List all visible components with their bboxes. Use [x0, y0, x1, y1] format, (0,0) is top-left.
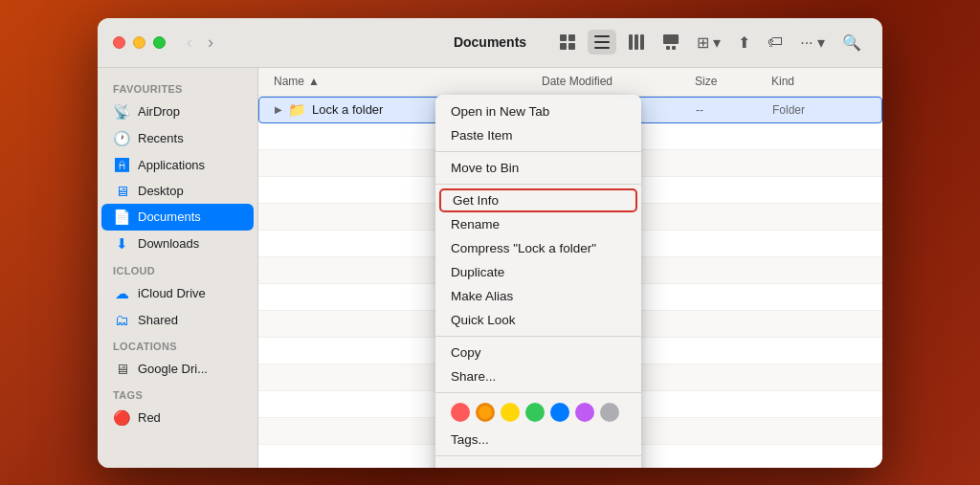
content-area: Favourites 📡 AirDrop 🕐 Recents 🅰 Applica… [98, 68, 882, 468]
menu-divider-1 [435, 151, 641, 152]
column-kind-header[interactable]: Kind [771, 75, 794, 88]
menu-item-move-to-bin[interactable]: Move to Bin [435, 156, 641, 180]
sidebar-item-google-drive-label: Google Dri... [138, 362, 208, 376]
column-headers: Name ▲ Date Modified Size Kind [258, 68, 882, 97]
svg-rect-1 [568, 34, 575, 41]
column-icon [628, 33, 645, 51]
sidebar-item-google-drive[interactable]: 🖥 Google Dri... [101, 356, 254, 382]
sidebar-item-recents[interactable]: 🕐 Recents [101, 125, 254, 152]
file-list-area: Name ▲ Date Modified Size Kind ▶ 📁 Lock … [258, 68, 882, 468]
file-name-label: Lock a folder [312, 102, 383, 117]
sidebar-item-downloads[interactable]: ⬇ Downloads [101, 231, 254, 257]
tag-button[interactable]: 🏷 [762, 30, 789, 55]
menu-item-quick-look[interactable]: Quick Look [435, 308, 641, 332]
menu-divider-5 [435, 455, 641, 456]
menu-item-make-alias[interactable]: Make Alias [435, 284, 641, 308]
svg-rect-9 [640, 34, 644, 50]
menu-item-quick-actions[interactable]: Quick Actions ▶ [435, 460, 641, 468]
recents-icon: 🕐 [113, 130, 130, 147]
menu-item-tags[interactable]: Tags... [435, 428, 641, 452]
sidebar-item-desktop[interactable]: 🖥 Desktop [101, 178, 254, 204]
sidebar-item-applications[interactable]: 🅰 Applications [101, 152, 254, 178]
gallery-icon [662, 33, 679, 51]
toolbar-icons: ⊞ ▾ ⬆ 🏷 ··· ▾ 🔍 [553, 30, 867, 55]
shared-icon: 🗂 [113, 312, 130, 328]
list-view-button[interactable] [588, 30, 616, 55]
sidebar-item-documents-label: Documents [138, 209, 201, 224]
google-drive-icon: 🖥 [113, 361, 130, 377]
sidebar-item-applications-label: Applications [138, 158, 205, 172]
menu-item-get-info[interactable]: Get Info [439, 188, 637, 212]
tag-dot-yellow[interactable] [501, 403, 520, 422]
sidebar-item-red-tag-label: Red [138, 410, 161, 425]
column-view-button[interactable] [622, 30, 651, 55]
sidebar-item-desktop-label: Desktop [138, 184, 184, 198]
menu-item-open-new-tab[interactable]: Open in New Tab [435, 99, 641, 123]
sidebar-item-documents[interactable]: 📄 Documents [101, 204, 254, 231]
menu-item-share[interactable]: Share... [435, 364, 641, 388]
favourites-section-label: Favourites [98, 76, 257, 99]
applications-icon: 🅰 [113, 157, 130, 173]
share-button[interactable]: ⬆ [732, 30, 756, 55]
window-title: Documents [454, 34, 526, 50]
back-button[interactable]: ‹ [181, 31, 198, 55]
groupby-button[interactable]: ⊞ ▾ [691, 30, 726, 55]
sidebar-item-shared-label: Shared [138, 313, 178, 327]
context-menu: Open in New Tab Paste Item Move to Bin G… [435, 95, 641, 468]
svg-rect-8 [635, 34, 638, 50]
svg-rect-11 [666, 46, 670, 50]
menu-item-compress[interactable]: Compress "Lock a folder" [435, 236, 641, 260]
icloud-drive-icon: ☁ [113, 285, 130, 302]
forward-button[interactable]: › [202, 31, 219, 55]
minimize-button[interactable] [133, 36, 145, 49]
title-bar: ‹ › Documents ⊞ ▾ ⬆ 🏷 ··· ▾ � [98, 18, 882, 68]
svg-rect-6 [594, 47, 610, 49]
maximize-button[interactable] [153, 36, 166, 49]
column-size-header[interactable]: Size [695, 75, 771, 88]
list-icon [593, 33, 611, 51]
svg-rect-12 [672, 46, 676, 50]
traffic-lights [113, 36, 166, 49]
finder-window: ‹ › Documents ⊞ ▾ ⬆ 🏷 ··· ▾ � [98, 18, 882, 468]
search-button[interactable]: 🔍 [836, 30, 867, 55]
menu-item-copy[interactable]: Copy [435, 341, 641, 364]
sidebar: Favourites 📡 AirDrop 🕐 Recents 🅰 Applica… [98, 68, 258, 468]
submenu-arrow-icon: ▶ [618, 466, 626, 468]
sidebar-item-airdrop-label: AirDrop [138, 104, 180, 119]
tag-dot-gray[interactable] [600, 403, 619, 422]
sidebar-item-recents-label: Recents [138, 131, 184, 145]
folder-icon: 📁 [288, 101, 306, 119]
file-kind-cell: Folder [772, 103, 805, 117]
tag-dot-red[interactable] [451, 403, 470, 422]
column-name-header[interactable]: Name ▲ [274, 75, 542, 88]
sidebar-item-shared[interactable]: 🗂 Shared [101, 307, 254, 333]
file-size-cell: -- [696, 103, 772, 117]
grid-view-button[interactable] [553, 30, 582, 55]
column-date-header[interactable]: Date Modified [542, 75, 695, 88]
svg-rect-7 [629, 34, 633, 50]
menu-item-duplicate[interactable]: Duplicate [435, 260, 641, 284]
sidebar-item-icloud-drive-label: iCloud Drive [138, 286, 206, 300]
tags-color-row [435, 397, 641, 428]
svg-rect-3 [568, 43, 575, 50]
sidebar-item-icloud-drive[interactable]: ☁ iCloud Drive [101, 280, 254, 307]
tag-dot-blue[interactable] [550, 403, 569, 422]
menu-divider-2 [435, 184, 641, 185]
menu-item-rename[interactable]: Rename [435, 212, 641, 236]
sidebar-item-airdrop[interactable]: 📡 AirDrop [101, 99, 254, 125]
nav-buttons: ‹ › [181, 31, 219, 55]
close-button[interactable] [113, 36, 125, 49]
tag-dot-green[interactable] [525, 403, 545, 422]
red-tag-icon: 🔴 [113, 409, 130, 427]
more-button[interactable]: ··· ▾ [794, 30, 831, 55]
menu-item-paste-item[interactable]: Paste Item [435, 123, 641, 147]
svg-rect-10 [663, 34, 679, 44]
sidebar-item-red-tag[interactable]: 🔴 Red [101, 405, 254, 431]
gallery-view-button[interactable] [657, 30, 685, 55]
svg-rect-4 [594, 35, 610, 37]
tag-dot-orange[interactable] [476, 403, 495, 422]
desktop-icon: 🖥 [113, 183, 130, 199]
menu-divider-3 [435, 336, 641, 337]
tag-dot-purple[interactable] [575, 403, 594, 422]
expand-arrow-icon: ▶ [275, 104, 282, 115]
